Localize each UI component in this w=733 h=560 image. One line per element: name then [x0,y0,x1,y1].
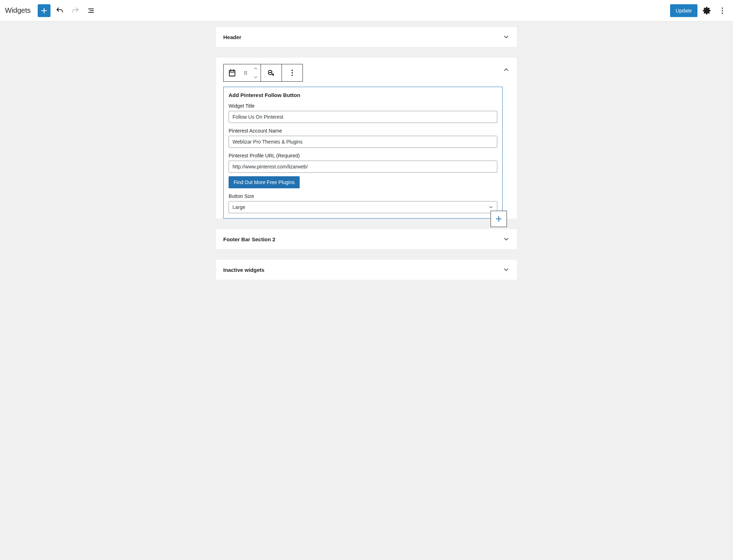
add-block-inline-button[interactable] [491,211,507,227]
profile-url-input[interactable] [229,161,497,173]
move-down-button[interactable] [251,73,261,81]
settings-icon [702,6,711,15]
pinterest-follow-widget-block[interactable]: Add Pinterest Follow Button Widget Title… [223,87,503,219]
button-size-select-wrap: Large [229,201,497,213]
widget-area-footer-bar-2-toggle[interactable]: Footer Bar Section 2 [216,229,517,249]
button-size-select[interactable]: Large [229,201,497,213]
move-up-button[interactable] [251,64,261,73]
widget-area-expanded: Add Pinterest Follow Button Widget Title… [216,58,517,219]
chevron-down-icon [503,236,510,243]
settings-button[interactable] [700,4,713,17]
block-area: Add Pinterest Follow Button Widget Title… [223,64,503,219]
top-bar-left: Widgets [4,4,97,17]
widget-area-title: Header [223,34,241,40]
plus-icon [494,215,503,223]
field-profile-url: Pinterest Profile URL (Required) [229,153,497,173]
update-button[interactable]: Update [670,4,697,17]
redo-button[interactable] [69,4,82,17]
widget-title-input[interactable] [229,111,497,123]
widget-area-inactive: Inactive widgets [216,260,517,280]
editor-top-bar: Widgets Update [0,0,733,21]
block-mover [251,64,261,81]
widget-area-title: Inactive widgets [223,267,264,273]
more-menu-button[interactable] [716,4,729,17]
move-down-icon [252,74,259,80]
more-plugins-button[interactable]: Find Out More Free Plugins [229,176,300,188]
widget-heading: Add Pinterest Follow Button [229,92,497,98]
chevron-down-icon [503,266,510,273]
chevron-up-icon [503,66,510,73]
undo-button[interactable] [53,4,66,17]
widget-title-label: Widget Title [229,103,497,109]
redo-icon [71,6,80,15]
block-more-button[interactable] [282,64,303,81]
transform-icon [267,69,275,77]
button-size-label: Button Size [229,193,497,199]
plus-icon [40,6,48,15]
block-type-button[interactable] [224,64,241,81]
drag-handle[interactable] [241,64,251,81]
widgets-content: Header [0,21,733,294]
profile-url-label: Pinterest Profile URL (Required) [229,153,497,158]
undo-icon [55,6,64,15]
collapse-area-button[interactable] [503,64,510,74]
move-up-icon [252,65,259,72]
account-name-label: Pinterest Account Name [229,128,497,134]
widget-area-footer-bar-2: Footer Bar Section 2 [216,229,517,249]
drag-handle-icon [242,70,249,76]
widget-area-header: Header [216,27,517,47]
field-account-name: Pinterest Account Name [229,128,497,148]
calendar-icon [228,69,236,77]
field-widget-title: Widget Title [229,103,497,123]
block-toolbar [223,64,303,82]
widget-area-header-toggle[interactable]: Header [216,27,517,47]
toolbar-group-transform [261,64,282,81]
list-view-icon [87,6,95,15]
page-title: Widgets [4,6,31,15]
field-button-size: Button Size Large [229,193,497,213]
more-vertical-icon [718,6,727,15]
widget-area-expanded-header: Add Pinterest Follow Button Widget Title… [216,58,517,219]
list-view-button[interactable] [85,4,97,17]
top-bar-right: Update [670,4,729,17]
toolbar-group-type [224,64,261,81]
toolbar-group-more [282,64,303,81]
widget-area-inactive-toggle[interactable]: Inactive widgets [216,260,517,280]
more-vertical-icon [288,69,296,77]
add-block-button[interactable] [38,4,50,17]
widget-area-title: Footer Bar Section 2 [223,236,275,242]
move-to-button[interactable] [261,64,282,81]
account-name-input[interactable] [229,136,497,148]
chevron-down-icon [503,33,510,41]
